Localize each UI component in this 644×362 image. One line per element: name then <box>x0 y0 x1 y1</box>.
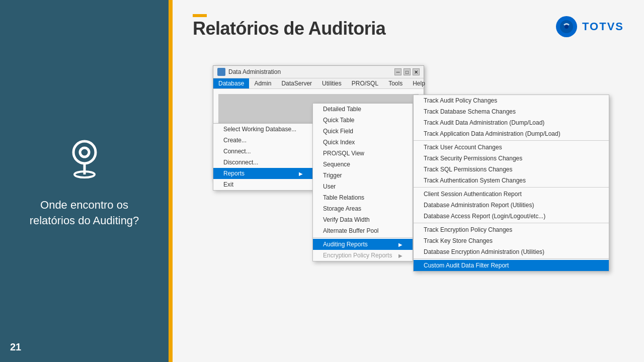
da-menubar: Database Admin DataServer Utilities PRO/… <box>213 78 424 89</box>
menu-prosql[interactable]: PRO/SQL <box>347 78 383 88</box>
menu-utilities[interactable]: Utilities <box>317 78 347 88</box>
menu-track-user-account[interactable]: Track User Account Changes <box>414 142 609 153</box>
menu-separator-1 <box>313 237 413 238</box>
da-app-icon <box>217 68 225 76</box>
accent-bar <box>169 0 173 362</box>
menu-quick-table[interactable]: Quick Table <box>313 115 413 126</box>
slide-number: 21 <box>10 341 21 353</box>
da-window-controls: ─ □ ✕ <box>394 68 420 75</box>
menu-reports[interactable]: Reports ▶ <box>213 168 313 179</box>
menu-separator-3 <box>414 187 609 188</box>
menu-track-db-schema[interactable]: Track Database Schema Changes <box>414 106 609 117</box>
menu-storage-areas[interactable]: Storage Areas <box>313 203 413 214</box>
menu-table-relations[interactable]: Table Relations <box>313 192 413 203</box>
totvs-circle-icon <box>556 16 577 37</box>
menu-select-working-db[interactable]: Select Working Database... <box>213 124 313 135</box>
menu-track-auth-system[interactable]: Track Authentication System Changes <box>414 175 609 186</box>
menu-dataserver[interactable]: DataServer <box>276 78 317 88</box>
menu-prosql-view[interactable]: PRO/SQL View <box>313 148 413 159</box>
page-title: Relatórios de Auditoria <box>193 18 385 39</box>
menu-track-sql-permissions[interactable]: Track SQL Permissions Changes <box>414 164 609 175</box>
reports-submenu: Detailed Table Quick Table Quick Field Q… <box>312 103 413 261</box>
menu-disconnect[interactable]: Disconnect... <box>213 157 313 168</box>
menu-db-admin-report[interactable]: Database Administration Report (Utilitie… <box>414 200 609 211</box>
close-button[interactable]: ✕ <box>413 68 420 75</box>
menu-verify-data-width[interactable]: Verify Data Width <box>313 214 413 225</box>
menu-quick-field[interactable]: Quick Field <box>313 126 413 137</box>
menu-reports-label: Reports <box>223 170 245 177</box>
header-accent-bar <box>193 14 207 17</box>
header: Relatórios de Auditoria TOTVS <box>173 0 644 49</box>
menu-track-audit-policy[interactable]: Track Audit Policy Changes <box>414 95 609 106</box>
menu-client-session-auth[interactable]: Client Session Authentication Report <box>414 189 609 200</box>
menu-db-encryption-admin[interactable]: Database Encryption Administration (Util… <box>414 246 609 257</box>
menu-detailed-table[interactable]: Detailed Table <box>313 104 413 115</box>
totvs-logo: TOTVS <box>556 16 624 37</box>
menu-admin[interactable]: Admin <box>249 78 276 88</box>
da-titlebar: Data Administration ─ □ ✕ <box>213 66 424 78</box>
menu-alternate-buffer-pool[interactable]: Alternate Buffer Pool <box>313 225 413 236</box>
svg-point-0 <box>73 141 96 163</box>
menu-auditing-reports-label: Auditing Reports <box>323 241 368 248</box>
menu-trigger[interactable]: Trigger <box>313 170 413 181</box>
menu-auditing-reports[interactable]: Auditing Reports ▶ <box>313 239 413 250</box>
maximize-button[interactable]: □ <box>404 68 411 75</box>
da-titlebar-left: Data Administration <box>217 68 281 76</box>
menu-custom-audit-filter[interactable]: Custom Audit Data Filter Report <box>414 260 609 271</box>
menu-encryption-reports-label: Encryption Policy Reports <box>323 252 392 259</box>
menu-reports-arrow: ▶ <box>299 171 303 176</box>
location-icon <box>59 133 110 186</box>
title-container: Relatórios de Auditoria <box>193 14 385 39</box>
totvs-label: TOTVS <box>582 20 624 33</box>
menu-help[interactable]: Help <box>408 78 430 88</box>
menu-exit[interactable]: Exit <box>213 179 313 190</box>
minimize-button[interactable]: ─ <box>394 68 401 75</box>
menu-quick-index[interactable]: Quick Index <box>313 137 413 148</box>
menu-database[interactable]: Database <box>213 78 249 88</box>
menu-separator-4 <box>414 223 609 223</box>
menu-auditing-arrow: ▶ <box>398 242 403 247</box>
menu-track-security-permissions[interactable]: Track Security Permissions Changes <box>414 153 609 164</box>
menu-track-encryption-policy[interactable]: Track Encryption Policy Changes <box>414 224 609 235</box>
menu-connect[interactable]: Connect... <box>213 146 313 157</box>
da-window-title: Data Administration <box>228 68 281 75</box>
menu-track-audit-data-admin[interactable]: Track Audit Data Administration (Dump/Lo… <box>414 117 609 128</box>
menu-track-key-store[interactable]: Track Key Store Changes <box>414 235 609 246</box>
sidebar: Onde encontro os relatórios do Auditing?… <box>0 0 169 362</box>
menu-tools[interactable]: Tools <box>383 78 408 88</box>
context-menus-area: Data Administration ─ □ ✕ Database Admin… <box>188 50 640 312</box>
menu-separator-2 <box>414 140 609 141</box>
menu-track-app-data-admin[interactable]: Track Application Data Administration (D… <box>414 128 609 139</box>
menu-db-access-report[interactable]: Database Access Report (Login/Logout/etc… <box>414 211 609 222</box>
menu-separator-5 <box>414 258 609 259</box>
auditing-reports-submenu: Track Audit Policy Changes Track Databas… <box>413 95 609 272</box>
menu-create[interactable]: Create... <box>213 135 313 146</box>
menu-user[interactable]: User <box>313 181 413 192</box>
svg-point-5 <box>565 25 569 29</box>
menu-encryption-policy-reports: Encryption Policy Reports ▶ <box>313 250 413 261</box>
menu-sequence[interactable]: Sequence <box>313 159 413 170</box>
menu-encryption-arrow: ▶ <box>398 253 403 258</box>
sidebar-description: Onde encontro os relatórios do Auditing? <box>15 198 154 229</box>
main-content: Relatórios de Auditoria TOTVS Data Admin… <box>173 0 644 362</box>
database-dropdown: Select Working Database... Create... Con… <box>213 123 313 191</box>
svg-point-1 <box>80 148 89 157</box>
